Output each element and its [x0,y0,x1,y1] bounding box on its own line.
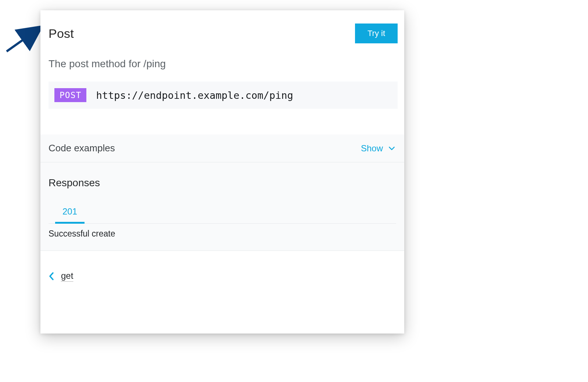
try-it-button[interactable]: Try it [355,24,398,43]
http-method-badge: POST [54,88,86,102]
responses-block: Responses 201 [40,162,404,224]
prev-link-label: get [61,271,73,282]
bottom-nav: get [40,251,404,282]
page-subtitle: The post method for /ping [40,43,404,70]
show-toggle-label: Show [361,143,383,154]
code-and-responses-section: Code examples Show Responses 201 Success… [40,134,404,251]
svg-line-0 [7,26,42,51]
response-tab-201[interactable]: 201 [55,202,85,224]
chevron-left-icon [49,272,54,280]
page-title: Post [49,26,74,41]
response-description: Successful create [40,224,404,251]
prev-link[interactable]: get [49,271,73,282]
show-toggle[interactable]: Show [361,143,395,154]
chevron-down-icon [388,145,395,152]
code-examples-heading: Code examples [49,143,115,154]
endpoint-url: https://endpoint.example.com/ping [96,90,293,101]
api-doc-card: Post Try it The post method for /ping PO… [40,10,404,334]
responses-tabs: 201 [49,202,396,224]
code-examples-row[interactable]: Code examples Show [40,134,404,162]
header-row: Post Try it [40,10,404,43]
responses-heading: Responses [49,177,396,189]
endpoint-bar: POST https://endpoint.example.com/ping [49,82,398,109]
